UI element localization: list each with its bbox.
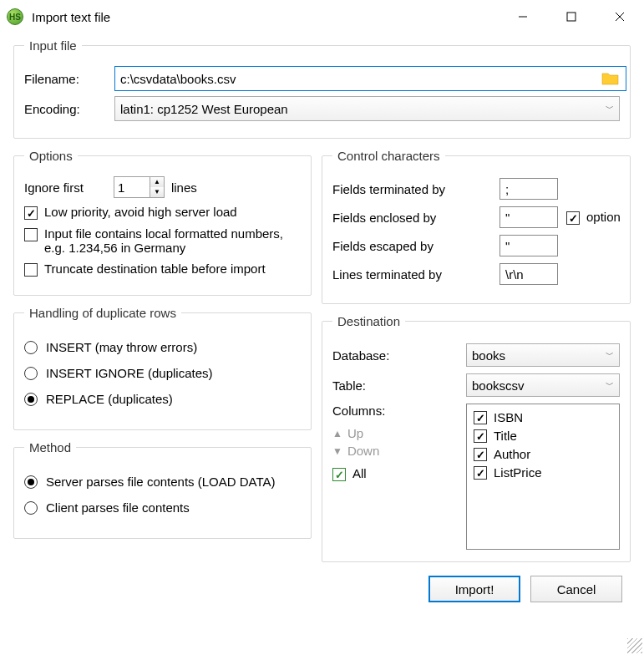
fields-terminated-input[interactable] [499,178,558,200]
replace-radio[interactable] [24,393,38,406]
destination-group: Destination Database: books﹀ Table: book… [322,314,631,562]
import-button[interactable]: Import! [428,576,520,602]
resize-grip-icon[interactable] [627,638,642,653]
column-name: ISBN [494,410,523,424]
fields-enclosed-input[interactable] [499,206,558,228]
fields-terminated-label: Fields terminated by [332,182,499,196]
svg-rect-1 [567,13,576,21]
chevron-down-icon: ﹀ [606,349,614,361]
filename-input[interactable] [114,66,626,91]
method-legend: Method [24,440,76,454]
column-name: Title [494,429,517,443]
column-name: Author [494,447,530,461]
columns-list[interactable]: ISBNTitleAuthorListPrice [466,404,620,550]
table-label: Table: [332,378,466,393]
triangle-down-icon: ▼ [332,445,342,457]
table-select[interactable]: bookscsv﹀ [466,373,620,397]
maximize-button[interactable] [547,0,596,33]
move-down-button[interactable]: ▼Down [332,444,458,458]
optionally-checkbox[interactable] [566,211,580,225]
spin-up-icon[interactable]: ▲ [150,177,164,187]
control-legend: Control characters [332,149,445,163]
local-numbers-label: Input file contains local formatted numb… [44,226,301,255]
local-numbers-checkbox[interactable] [24,228,38,241]
chevron-down-icon: ﹀ [606,379,614,391]
close-button[interactable] [596,0,644,33]
move-up-button[interactable]: ▲Up [332,426,458,440]
ignore-first-label: Ignore first [24,180,84,195]
dup-legend: Handling of duplicate rows [24,306,181,320]
fields-enclosed-label: Fields enclosed by [332,211,499,225]
column-checkbox[interactable] [474,466,487,480]
truncate-label: Truncate destination table before import [44,261,266,276]
window-title: Import text file [32,10,499,24]
ignore-lines-label: lines [171,180,197,195]
fields-escaped-label: Fields escaped by [332,239,499,253]
truncate-checkbox[interactable] [24,263,38,277]
options-legend: Options [24,149,78,163]
server-parse-radio[interactable] [24,475,38,489]
column-checkbox[interactable] [474,429,487,443]
column-item[interactable]: Author [474,444,612,463]
app-icon: HS [7,8,23,25]
client-parse-radio[interactable] [24,501,38,515]
filename-label: Filename: [24,72,108,86]
optionally-label: optionally [586,210,620,224]
encoding-label: Encoding: [24,102,108,116]
input-file-group: Input file Filename: Encoding: latin1: c… [13,38,631,139]
control-chars-group: Control characters Fields terminated by … [322,149,631,304]
options-group: Options Ignore first ▲▼ lines Low priori… [13,149,312,296]
database-select[interactable]: books﹀ [466,343,620,367]
lines-terminated-input[interactable] [499,263,558,285]
insert-radio[interactable] [24,341,38,354]
method-group: Method Server parses file contents (LOAD… [13,440,312,539]
fields-escaped-input[interactable] [499,235,558,256]
all-columns-label: All [352,466,367,480]
encoding-select[interactable]: latin1: cp1252 West European ﹀ [114,96,620,121]
input-file-legend: Input file [24,38,82,53]
ignore-first-spinner[interactable]: ▲▼ [114,176,165,198]
minimize-button[interactable] [499,0,547,33]
column-name: ListPrice [494,465,542,480]
database-label: Database: [332,348,466,363]
spin-down-icon[interactable]: ▼ [150,187,164,197]
triangle-up-icon: ▲ [332,428,342,439]
duplicate-handling-group: Handling of duplicate rows INSERT (may t… [13,306,312,430]
columns-label: Columns: [332,404,458,418]
column-item[interactable]: ISBN [474,408,612,426]
low-priority-checkbox[interactable] [24,206,38,220]
low-priority-label: Low priority, avoid high server load [44,205,237,219]
lines-terminated-label: Lines terminated by [332,267,499,282]
browse-folder-icon[interactable] [601,71,620,86]
cancel-button[interactable]: Cancel [530,576,622,602]
column-item[interactable]: ListPrice [474,463,612,481]
column-item[interactable]: Title [474,426,612,444]
all-columns-checkbox[interactable] [332,468,346,481]
insert-ignore-radio[interactable] [24,367,38,380]
ignore-first-input[interactable] [114,176,150,198]
column-checkbox[interactable] [474,448,487,461]
titlebar: HS Import text file [0,0,644,33]
column-checkbox[interactable] [474,411,487,424]
chevron-down-icon: ﹀ [606,103,614,114]
dest-legend: Destination [332,314,405,328]
